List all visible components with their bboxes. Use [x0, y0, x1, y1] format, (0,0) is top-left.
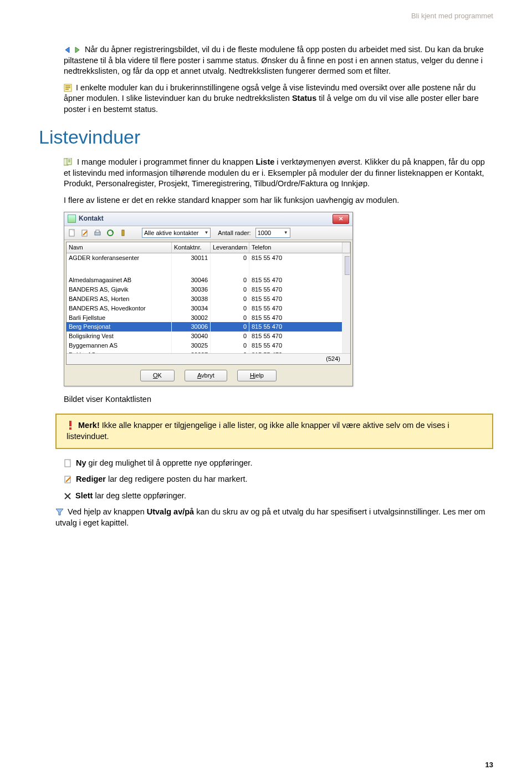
settings-icon — [64, 84, 72, 92]
list-icon — [64, 158, 73, 166]
cancel-button[interactable]: Avbryt — [185, 370, 227, 381]
svg-rect-16 — [96, 230, 99, 232]
svg-rect-3 — [65, 85, 70, 86]
new-icon[interactable] — [67, 228, 77, 238]
data-grid: Navn Kontaktnr. Leverandørn Telefon AGDE… — [66, 242, 351, 365]
rowcount-dropdown[interactable]: 1000▼ — [255, 228, 290, 238]
button-row: OK Avbryt Hjelp — [64, 366, 352, 386]
window-title: Kontakt — [79, 214, 104, 223]
list-window: Kontakt ✕ Alle aktive kontakter▼ Antall … — [64, 212, 353, 386]
toolbar: Alle aktive kontakter▼ Antall rader: 100… — [64, 226, 352, 241]
svg-rect-5 — [65, 89, 69, 90]
chevron-down-icon: ▼ — [204, 230, 208, 236]
table-row[interactable]: BANDERS AS, Hovedkontor300340815 55 470 — [66, 304, 350, 313]
arrow-right-icon — [73, 46, 81, 54]
section-p2: I flere av listene er det en rekke stand… — [64, 195, 493, 206]
btn-desc-rediger: Rediger lar deg redigere posten du har m… — [64, 474, 493, 485]
edit-icon — [64, 475, 72, 483]
svg-point-17 — [108, 230, 113, 236]
col-leverandor[interactable]: Leverandørn — [211, 242, 249, 253]
btn-desc-ny: Ny gir deg mulighet til å opprette nye o… — [64, 458, 493, 469]
section-p1: I mange moduler i programmet finner du k… — [64, 157, 493, 190]
svg-marker-1 — [75, 47, 79, 53]
grid-footer: (524) — [66, 353, 350, 364]
help-button[interactable]: Hjelp — [237, 370, 277, 381]
refresh-icon[interactable] — [105, 228, 115, 238]
intro-text-1: Når du åpner registreringsbildet, vil du… — [64, 45, 484, 75]
status-dropdown[interactable]: Alle aktive kontakter▼ — [142, 228, 211, 238]
filter-icon — [55, 508, 64, 516]
table-row[interactable]: Berg Pensjonat300060815 55 470 — [66, 322, 350, 332]
svg-rect-7 — [67, 158, 71, 165]
col-telefon[interactable]: Telefon — [249, 242, 342, 253]
note-box: Merk! Ikke alle knapper er tilgjengelige… — [55, 414, 493, 448]
svg-marker-0 — [65, 47, 69, 53]
table-row[interactable]: Boligsikring Vest300400815 55 470 — [66, 332, 350, 341]
close-button[interactable]: ✕ — [332, 214, 349, 224]
intro-p1: Når du åpner registreringsbildet, vil du… — [64, 44, 493, 77]
window-icon — [68, 215, 76, 223]
col-kontaktnr[interactable]: Kontaktnr. — [172, 242, 211, 253]
edit-icon[interactable] — [80, 228, 90, 238]
grid-body[interactable]: AGDER konferansesenter300110815 55 470Al… — [66, 253, 350, 353]
delete-icon — [64, 492, 71, 500]
heading-listevinduer: Listevinduer — [39, 125, 493, 150]
svg-rect-19 — [122, 230, 124, 236]
header-breadcrumb: Bli kjent med programmet — [411, 11, 493, 21]
table-row[interactable]: Almedalsmagasinet AB300460815 55 470 — [66, 276, 350, 285]
btn-desc-slett: Slett lar deg slette oppføringer. — [64, 491, 493, 502]
col-navn[interactable]: Navn — [66, 242, 172, 253]
tool-icon[interactable] — [118, 228, 128, 238]
warning-icon — [66, 421, 74, 430]
table-row[interactable]: BANDERS AS, Gjøvik300360815 55 470 — [66, 285, 350, 294]
table-row[interactable]: BANDERS AS, Horten300380815 55 470 — [66, 294, 350, 304]
svg-marker-28 — [56, 509, 63, 515]
btn-desc-utvalg: Ved hjelp av knappen Utvalg av/på kan du… — [55, 507, 493, 528]
ok-button[interactable]: OK — [140, 370, 175, 381]
table-row[interactable]: Barli Fjellstue300020815 55 470 — [66, 313, 350, 323]
titlebar: Kontakt ✕ — [64, 212, 352, 226]
print-icon[interactable] — [93, 228, 103, 238]
svg-rect-20 — [69, 421, 71, 426]
table-row[interactable]: Dekko AS300270815 55 470 — [66, 350, 350, 353]
figure-caption: Bildet viser Kontaktlisten — [64, 394, 493, 405]
grid-header[interactable]: Navn Kontaktnr. Leverandørn Telefon — [66, 242, 350, 253]
svg-rect-4 — [65, 87, 70, 88]
rowcount-label: Antall rader: — [218, 229, 250, 237]
chevron-down-icon: ▼ — [284, 230, 288, 236]
svg-rect-21 — [69, 427, 71, 430]
arrow-left-icon — [64, 46, 71, 54]
table-row[interactable]: Byggemannen AS300250815 55 470 — [66, 341, 350, 350]
intro-p2: I enkelte moduler kan du i brukerinnstil… — [64, 83, 493, 115]
page-number: 13 — [485, 760, 493, 770]
new-icon — [64, 459, 72, 467]
table-row[interactable]: AGDER konferansesenter300110815 55 470 — [66, 253, 350, 276]
